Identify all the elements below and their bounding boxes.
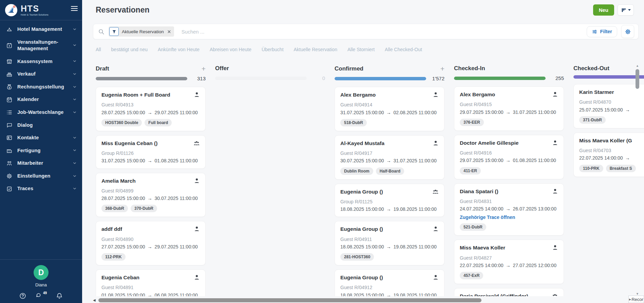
sidebar-item-veranstaltungen-management[interactable]: Veranstaltungen-Management — [0, 36, 82, 55]
reservation-card[interactable]: Eugenia Group ()Guest R/0491118.08.2025 … — [335, 221, 444, 265]
vertical-scrollbar[interactable]: ▲ ▼ — [635, 64, 640, 296]
reservation-title: Eugenia Group () — [340, 188, 383, 195]
reservation-card[interactable]: Karin StarmerGuest R/0487025.07.2025 15:… — [573, 84, 644, 128]
tab-abreisen-von-heute[interactable]: Abreisen von Heute — [210, 47, 251, 52]
tab-ueberbucht[interactable]: Überbucht — [262, 47, 284, 52]
reservation-ref: Guest R/04914 — [340, 102, 439, 108]
sidebar-item-kontakte[interactable]: Kontakte — [0, 132, 82, 144]
reservation-card[interactable]: Amelia MarchGuest R/0489928.07.2025 15:0… — [96, 173, 206, 217]
sidebar-item-dialog[interactable]: Dialog — [0, 119, 82, 132]
date-from: 30.07.2025 15:00:00 — [340, 158, 384, 163]
reservation-card[interactable]: Alex BergamoGuest R/0491431.07.2025 15:0… — [335, 87, 444, 131]
reservation-card[interactable]: Eugenia Group ()Group R/0112518.08.2025 … — [335, 184, 444, 217]
messages-icon[interactable]: 49 — [35, 292, 47, 300]
group-icon — [552, 293, 558, 296]
user-name: Diana — [35, 282, 47, 287]
sidebar-item-verkauf[interactable]: Verkauf — [0, 68, 82, 81]
reservation-card[interactable]: Eugenia Room + Full BoardGuest R/0491328… — [96, 87, 206, 131]
funnel-icon[interactable] — [109, 27, 119, 36]
chevron-down-icon — [73, 110, 77, 115]
horizontal-scroll-thumb[interactable] — [98, 298, 481, 302]
reservation-card[interactable]: addf ddfGuest R/0489027.07.2025 15:00:00… — [96, 221, 206, 265]
open-trace-link[interactable]: Zugehörige Trace öffnen — [460, 215, 558, 220]
sidebar-item-traces[interactable]: Traces — [0, 182, 82, 195]
reservation-card[interactable]: Doctor Amelie GillespieGuest R/0491629.0… — [454, 135, 564, 179]
sidebar-item-label: Dialog — [17, 122, 77, 129]
search-input[interactable]: Suchen ... — [182, 29, 587, 35]
reservation-ref: Guest R/04911 — [340, 236, 439, 242]
storefront-icon — [6, 58, 13, 65]
sidebar-item-job-warteschlange[interactable]: Job-Warteschlange — [0, 106, 82, 119]
person-icon — [194, 274, 200, 280]
tag: Full board — [145, 119, 172, 126]
date-from: 18.08.2025 15:00:00 — [340, 244, 384, 249]
reservation-card[interactable]: Eugenia CebanGuest R/0489101.08.2025 15:… — [96, 269, 206, 296]
brand-name: HTS — [21, 4, 49, 13]
tag: 370-DubR — [131, 205, 157, 212]
reservation-card[interactable]: Eugenia Group ()Guest R/0491218.08.2025 … — [335, 269, 444, 296]
date-to: 01.08.2025 11:00:00 — [154, 158, 197, 163]
sidebar-item-rechnungsstellung[interactable]: $ Rechnungsstellung — [0, 81, 82, 94]
scroll-up-icon[interactable]: ▲ — [636, 64, 639, 67]
filter-button[interactable]: Filter — [587, 26, 617, 37]
reservation-ref: Guest R/04912 — [340, 284, 439, 290]
reservation-card[interactable]: Al-Kayed MustafaGuest R/0491730.07.2025 … — [335, 135, 444, 180]
tab-bestaetigt-und-neu[interactable]: bestätigt und neu — [111, 47, 148, 52]
sidebar-item-einstellungen[interactable]: Einstellungen — [0, 170, 82, 183]
scroll-left-icon[interactable]: ◀ — [93, 299, 96, 302]
tab-aktuelle-reservation[interactable]: Aktuelle Reservation — [294, 47, 337, 52]
bell-icon[interactable] — [56, 292, 63, 300]
scroll-down-icon[interactable]: ▼ — [636, 292, 639, 296]
reservation-title: Miss Maeva Koller (G — [579, 137, 632, 144]
reservation-card[interactable]: Miss Maeva KollerGuest R/0482722.07.2025… — [454, 240, 564, 284]
date-to: 19.08.2025 11:00:00 — [393, 244, 436, 249]
add-card-button[interactable]: + — [202, 65, 206, 72]
reservation-dates: 22.07.2025 14:00:00→27.07.2025 12:00:00 — [460, 262, 558, 268]
cash-register-icon — [6, 71, 13, 78]
arrow-right-icon: → — [386, 244, 391, 249]
reservation-card[interactable]: Miss Eugenia Ceban ()Group R/0112631.07.… — [96, 135, 206, 169]
new-reservation-button[interactable]: Neu — [593, 4, 614, 16]
sidebar-item-fertigung[interactable]: Fertigung — [0, 144, 82, 157]
close-icon[interactable] — [167, 29, 171, 34]
date-to: 29.07.2025 11:00:00 — [154, 110, 197, 115]
add-card-button[interactable]: + — [440, 65, 444, 72]
sidebar-item-kalender[interactable]: Kalender — [0, 93, 82, 106]
reservation-card[interactable]: Alex BergamoGuest R/0491529.07.2025 15:0… — [454, 86, 564, 131]
chevron-down-icon — [73, 97, 77, 102]
reservation-dates: 24.07.2025 14:00:00→26.07.2025 13:00:00 — [460, 206, 558, 212]
person-icon — [194, 226, 200, 232]
tab-alle-storniert[interactable]: Alle Storniert — [347, 47, 375, 52]
column-title: Checked-In — [454, 65, 485, 72]
sidebar-item-hotel-management[interactable]: Hotel Management — [0, 23, 82, 36]
arrow-right-icon: → — [147, 158, 152, 163]
board-view-dropdown[interactable] — [618, 4, 634, 16]
sidebar-item-kassensystem[interactable]: Kassensystem — [0, 55, 82, 68]
settings-gear-button[interactable] — [621, 25, 634, 38]
tab-alle-checked-out[interactable]: Alle Checked-Out — [385, 47, 422, 52]
column-progress-bar — [573, 75, 644, 79]
column-title: Checked-Out — [573, 65, 609, 72]
reservation-card[interactable]: Miss Maeva Koller (GGuest R/0470322.07.2… — [573, 133, 644, 177]
menu-toggle-icon[interactable] — [71, 5, 78, 12]
avatar[interactable]: D — [34, 265, 49, 280]
reservation-ref: Group R/01126 — [101, 150, 200, 156]
tab-all[interactable]: All — [96, 47, 101, 52]
sidebar-item-mitarbeiter[interactable]: Mitarbeiter — [0, 157, 82, 170]
tab-ankuenfte-von-heute[interactable]: Ankünfte von Heute — [158, 47, 200, 52]
reservation-ref: Guest R/04890 — [101, 236, 200, 242]
person-icon — [552, 140, 558, 146]
reservation-card[interactable]: Daria Persiwald (Griffindor) — [454, 288, 564, 296]
horizontal-scrollbar[interactable]: ◀ — [93, 298, 629, 302]
reservation-title: Diana Spatari () — [460, 188, 498, 195]
vertical-scroll-thumb[interactable] — [636, 69, 639, 89]
column-progress-bar — [215, 77, 307, 80]
service-bell-icon — [6, 26, 13, 33]
help-icon[interactable] — [19, 292, 26, 300]
reservation-card[interactable]: Diana Spatari ()Guest R/0483124.07.2025 … — [454, 183, 564, 236]
date-to: 31.07.2025 11:00:00 — [513, 109, 556, 115]
main-content: Reservationen Neu Aktuelle Reservation S… — [82, 0, 644, 303]
date-from: 18.08.2025 15:00:00 — [340, 206, 384, 212]
sidebar-item-label: Einstellungen — [17, 173, 68, 180]
sidebar-item-label: Mitarbeiter — [17, 160, 68, 167]
